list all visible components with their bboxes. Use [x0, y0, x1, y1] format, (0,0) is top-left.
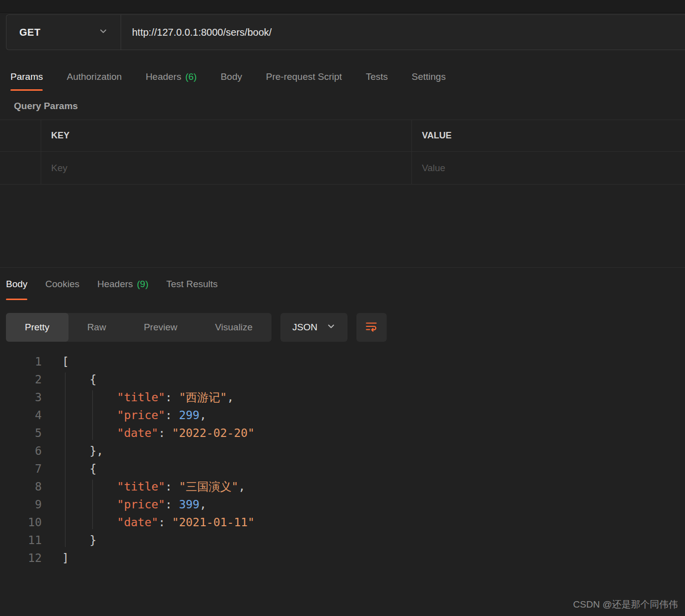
code-text: [ — [42, 353, 69, 370]
tab-label: Tests — [366, 71, 388, 82]
response-tabs: BodyCookiesHeaders(9)Test Results — [0, 267, 685, 300]
request-tab-authorization[interactable]: Authorization — [67, 63, 122, 91]
line-number: 3 — [0, 388, 42, 406]
method-label: GET — [19, 27, 41, 38]
request-tab-tests[interactable]: Tests — [366, 63, 388, 91]
code-text: { — [42, 460, 96, 478]
wrap-lines-button[interactable] — [356, 313, 387, 342]
line-number: 2 — [0, 370, 42, 388]
code-line-8: 8 "title": "三国演义", — [0, 478, 685, 495]
line-number: 11 — [0, 531, 42, 549]
url-input[interactable]: http://127.0.0.1:8000/sers/book/ — [121, 15, 685, 50]
tab-label: Pre-request Script — [266, 71, 342, 82]
response-tab-test-results[interactable]: Test Results — [166, 268, 217, 300]
code-line-4: 4 "price": 299, — [0, 406, 685, 424]
url-text: http://127.0.0.1:8000/sers/book/ — [132, 27, 272, 38]
params-header-row: KEY VALUE — [0, 120, 685, 152]
request-tab-headers[interactable]: Headers(6) — [145, 63, 197, 91]
code-text: { — [42, 370, 96, 388]
tab-label: Cookies — [45, 279, 79, 290]
response-view-mode-switch: PrettyRawPreviewVisualize — [6, 313, 272, 342]
response-format-label: JSON — [292, 322, 318, 333]
tab-label: Headers — [145, 71, 181, 82]
tab-label: Settings — [411, 71, 446, 82]
tab-label: Params — [10, 71, 43, 82]
request-response-divider-area — [0, 185, 685, 267]
method-dropdown[interactable]: GET — [6, 15, 121, 50]
code-text: "date": "2022-02-20" — [42, 424, 255, 442]
code-line-5: 5 "date": "2022-02-20" — [0, 424, 685, 442]
view-mode-preview[interactable]: Preview — [125, 313, 197, 342]
code-text: "title": "三国演义", — [42, 478, 245, 495]
view-mode-visualize[interactable]: Visualize — [196, 313, 272, 342]
tab-count-badge: (6) — [185, 71, 197, 82]
indent-guide — [92, 480, 93, 529]
view-mode-raw[interactable]: Raw — [68, 313, 125, 342]
query-params-table: KEY VALUE Key Value — [0, 120, 685, 185]
response-tab-cookies[interactable]: Cookies — [45, 268, 79, 300]
request-tabs: ParamsAuthorizationHeaders(6)BodyPre-req… — [0, 63, 685, 91]
line-number: 6 — [0, 442, 42, 460]
indent-guide — [92, 390, 93, 440]
code-text: "date": "2021-01-11" — [42, 513, 255, 531]
tab-label: Authorization — [67, 71, 122, 82]
response-tab-headers[interactable]: Headers(9) — [97, 268, 148, 300]
line-number: 1 — [0, 353, 42, 370]
line-number: 9 — [0, 495, 42, 513]
code-line-1: 1[ — [0, 353, 685, 370]
request-tab-settings[interactable]: Settings — [411, 63, 446, 91]
response-body-viewer: 1[2 {3 "title": "西游记",4 "price": 299,5 "… — [0, 353, 685, 567]
code-line-3: 3 "title": "西游记", — [0, 388, 685, 406]
value-column-header: VALUE — [412, 120, 685, 151]
code-line-10: 10 "date": "2021-01-11" — [0, 513, 685, 531]
code-text: }, — [42, 442, 103, 460]
view-mode-pretty[interactable]: Pretty — [6, 313, 68, 342]
code-text: "price": 399, — [42, 495, 206, 513]
wrap-lines-icon — [365, 320, 378, 335]
code-text: } — [42, 531, 96, 549]
line-number: 7 — [0, 460, 42, 478]
line-number: 12 — [0, 549, 42, 567]
line-number: 10 — [0, 513, 42, 531]
request-tab-body[interactable]: Body — [220, 63, 242, 91]
code-line-2: 2 { — [0, 370, 685, 388]
line-number: 5 — [0, 424, 42, 442]
tab-label: Body — [220, 71, 242, 82]
chevron-down-icon — [327, 322, 336, 333]
watermark: CSDN @还是那个同伟伟 — [573, 598, 678, 611]
line-number: 8 — [0, 478, 42, 495]
indent-guide — [65, 372, 66, 547]
params-empty-row: Key Value — [0, 152, 685, 185]
params-select-column-header — [0, 120, 41, 151]
code-line-12: 12] — [0, 549, 685, 567]
tab-label: Body — [6, 279, 27, 290]
code-text: ] — [42, 549, 69, 567]
code-line-6: 6 }, — [0, 442, 685, 460]
code-line-7: 7 { — [0, 460, 685, 478]
response-toolbar: PrettyRawPreviewVisualize JSON — [6, 313, 685, 342]
code-line-9: 9 "price": 399, — [0, 495, 685, 513]
key-input[interactable]: Key — [41, 152, 412, 184]
code-line-11: 11 } — [0, 531, 685, 549]
code-text: "price": 299, — [42, 406, 206, 424]
params-row-select-cell — [0, 152, 41, 184]
chevron-down-icon — [99, 27, 108, 38]
tab-label: Headers — [97, 279, 133, 290]
code-text: "title": "西游记", — [42, 388, 234, 406]
response-format-dropdown[interactable]: JSON — [280, 313, 347, 342]
key-column-header: KEY — [41, 120, 412, 151]
line-number: 4 — [0, 406, 42, 424]
request-tab-params[interactable]: Params — [10, 63, 43, 91]
query-params-label: Query Params — [0, 91, 685, 120]
tab-count-badge: (9) — [137, 279, 148, 290]
tab-label: Test Results — [166, 279, 217, 290]
window-top-bar — [0, 0, 685, 13]
request-url-bar: GET http://127.0.0.1:8000/sers/book/ — [6, 14, 685, 50]
response-tab-body[interactable]: Body — [6, 268, 27, 300]
value-input[interactable]: Value — [412, 152, 685, 184]
request-tab-pre-request-script[interactable]: Pre-request Script — [266, 63, 342, 91]
